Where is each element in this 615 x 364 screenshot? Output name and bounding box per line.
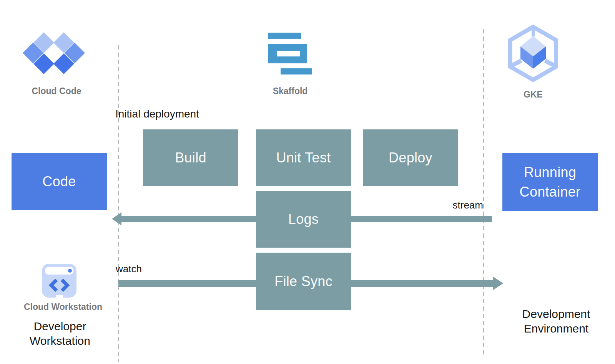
running-container-node: Running Container: [502, 153, 598, 211]
logs-node: Logs: [256, 191, 351, 248]
development-environment-label: Development Environment: [499, 307, 614, 336]
deploy-node: Deploy: [363, 129, 458, 186]
skaffold-label: Skaffold: [273, 86, 308, 96]
watch-label: watch: [116, 263, 142, 275]
initial-deployment-label: Initial deployment: [115, 108, 199, 120]
developer-workstation-label: Developer Workstation: [6, 319, 114, 348]
code-node: Code: [12, 153, 107, 210]
diagram-canvas: Cloud Code Skaffold GKE Cloud Workstatio…: [0, 0, 615, 364]
build-node: Build: [143, 129, 238, 186]
skaffold-icon: [268, 33, 312, 75]
cloud-code-label: Cloud Code: [32, 86, 81, 96]
dashed-separator-left: [118, 45, 119, 362]
cloud-workstation-icon: [41, 263, 78, 299]
file-sync-arrowhead-right: [493, 276, 503, 290]
logs-stream-arrowhead-left: [112, 212, 121, 225]
stream-label: stream: [453, 199, 483, 211]
file-sync-node: File Sync: [256, 253, 351, 310]
gke-label: GKE: [524, 89, 543, 100]
cloud-workstation-label: Cloud Workstation: [24, 302, 102, 312]
cloud-code-icon: [22, 31, 85, 74]
unit-test-node: Unit Test: [256, 129, 351, 186]
dashed-separator-right: [483, 29, 484, 355]
gke-icon: [508, 25, 558, 82]
